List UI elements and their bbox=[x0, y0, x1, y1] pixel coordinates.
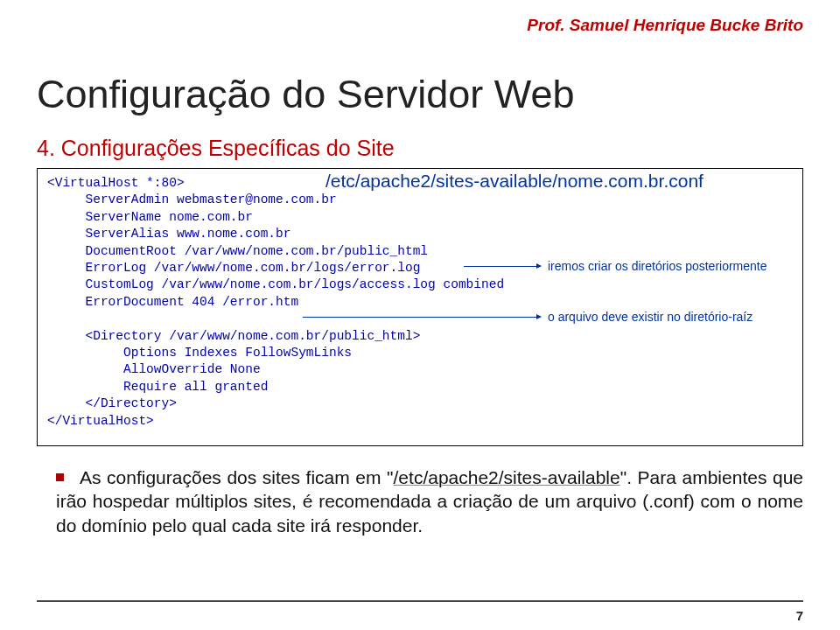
code-line: <Directory /var/www/nome.com.br/public_h… bbox=[47, 329, 420, 343]
bullet-paragraph: As configurações dos sites ficam em "/et… bbox=[56, 466, 803, 537]
code-line: </Directory> bbox=[47, 396, 177, 410]
annotation-note: o arquivo deve existir no diretório-raíz bbox=[548, 310, 752, 324]
code-line: <VirtualHost *:80> bbox=[47, 176, 185, 190]
annotation-arrow bbox=[464, 266, 541, 267]
code-line: ErrorDocument 404 /error.htm bbox=[47, 295, 298, 309]
slide-subtitle: 4. Configurações Específicas do Site bbox=[37, 136, 395, 161]
code-line: AllowOverride None bbox=[47, 362, 261, 376]
code-line: Options Indexes FollowSymLinks bbox=[47, 346, 352, 360]
slide-title: Configuração do Servidor Web bbox=[37, 72, 575, 117]
virtualhost-code: <VirtualHost *:80> ServerAdmin webmaster… bbox=[47, 175, 504, 430]
footer-divider bbox=[37, 600, 803, 602]
author-header: Prof. Samuel Henrique Bucke Brito bbox=[527, 16, 803, 35]
page-number: 7 bbox=[796, 608, 803, 623]
code-line: ServerAlias www.nome.com.br bbox=[47, 227, 290, 241]
code-line: </VirtualHost> bbox=[47, 414, 154, 428]
code-line: ErrorLog /var/www/nome.com.br/logs/error… bbox=[47, 261, 420, 275]
annotation-arrow bbox=[303, 317, 541, 318]
code-line: ServerAdmin webmaster@nome.com.br bbox=[47, 192, 337, 206]
bullet-quoted-path: /etc/apache2/sites-available bbox=[394, 467, 620, 487]
code-line: ServerName nome.com.br bbox=[47, 210, 253, 224]
code-line: Require all granted bbox=[47, 380, 268, 394]
bullet-text-pre: As configurações dos sites ficam em bbox=[80, 467, 387, 487]
code-line: CustomLog /var/www/nome.com.br/logs/acce… bbox=[47, 277, 504, 291]
annotation-note: iremos criar os diretórios posteriorment… bbox=[548, 259, 767, 273]
bullet-square-icon bbox=[56, 473, 64, 481]
code-line: DocumentRoot /var/www/nome.com.br/public… bbox=[47, 244, 428, 258]
